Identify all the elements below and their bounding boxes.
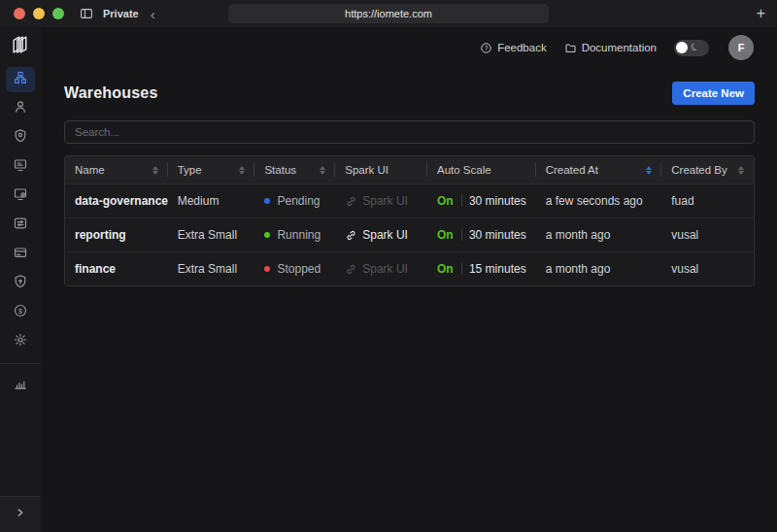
sidebar-item-settings[interactable] bbox=[6, 329, 35, 354]
iomete-logo bbox=[10, 34, 31, 59]
table-row[interactable]: data-governance Medium Pending bbox=[65, 183, 754, 217]
sort-icon bbox=[152, 166, 158, 175]
column-header-created-by[interactable]: Created By bbox=[661, 156, 754, 183]
column-label: Spark UI bbox=[345, 164, 388, 176]
spark-ui-label: Spark UI bbox=[362, 194, 408, 208]
column-header-spark-ui: Spark UI bbox=[335, 156, 427, 183]
column-header-type[interactable]: Type bbox=[168, 156, 255, 183]
address-bar[interactable]: https://iomete.com bbox=[228, 4, 549, 23]
sort-icon bbox=[646, 166, 652, 175]
warehouses-table: Name Type Status Spark UI bbox=[64, 155, 755, 286]
spark-ui-link[interactable]: Spark UI bbox=[345, 262, 408, 276]
sidebar-divider bbox=[0, 363, 41, 364]
create-new-button[interactable]: Create New bbox=[672, 82, 755, 105]
link-icon bbox=[345, 229, 357, 242]
auto-scale-state: On bbox=[437, 262, 454, 276]
moon-icon: ☾ bbox=[689, 42, 700, 54]
sidebar-nav: $ bbox=[6, 67, 35, 354]
spark-jobs-icon bbox=[13, 186, 28, 206]
sidebar-item-spark-jobs[interactable] bbox=[6, 183, 35, 209]
warehouse-status: Running bbox=[254, 228, 335, 242]
chevron-right-icon bbox=[14, 506, 27, 523]
spark-ui-link[interactable]: Spark UI bbox=[345, 228, 408, 242]
column-header-status[interactable]: Status bbox=[254, 156, 335, 183]
theme-toggle[interactable]: ☾ bbox=[674, 40, 709, 56]
sidebar-item-sql-editor[interactable] bbox=[6, 154, 35, 180]
documentation-button[interactable]: Documentation bbox=[564, 42, 657, 54]
created-at: a month ago bbox=[536, 262, 662, 276]
feedback-button[interactable]: ? Feedback bbox=[480, 42, 547, 54]
back-button[interactable]: ‹ bbox=[149, 7, 157, 21]
sidebar-item-deploy[interactable] bbox=[6, 271, 35, 296]
sidebar-panel-icon[interactable] bbox=[80, 7, 93, 20]
status-dot bbox=[264, 232, 270, 238]
app-header: ? Feedback Documentation ☾ bbox=[41, 27, 777, 68]
question-circle-icon: ? bbox=[480, 42, 492, 54]
light-mode-knob bbox=[676, 42, 688, 53]
browser-chrome: Private ‹ https://iomete.com + bbox=[0, 0, 777, 27]
close-button[interactable] bbox=[14, 8, 25, 19]
column-header-name[interactable]: Name bbox=[65, 156, 168, 183]
sort-icon bbox=[738, 166, 744, 175]
sql-editor-icon bbox=[13, 157, 28, 177]
sidebar: $ bbox=[0, 27, 41, 532]
sidebar-item-usage[interactable]: $ bbox=[6, 300, 35, 325]
created-by: fuad bbox=[661, 194, 754, 208]
sidebar-item-billing[interactable] bbox=[6, 242, 35, 267]
usage-dollar-icon: $ bbox=[13, 303, 28, 322]
warehouse-name: reporting bbox=[65, 228, 168, 242]
zoom-button[interactable] bbox=[52, 8, 64, 19]
warehouse-type: Extra Small bbox=[168, 228, 255, 242]
avatar[interactable]: F bbox=[728, 35, 754, 60]
column-label: Type bbox=[178, 164, 202, 176]
billing-card-icon bbox=[13, 245, 28, 264]
status-dot bbox=[264, 266, 270, 272]
auto-scale-interval[interactable]: 30 minutes bbox=[469, 228, 526, 242]
auto-scale-state: On bbox=[437, 194, 454, 208]
table-row[interactable]: reporting Extra Small Running bbox=[65, 217, 754, 251]
warehouse-type: Medium bbox=[168, 194, 255, 208]
table-row[interactable]: finance Extra Small Stopped bbox=[65, 251, 754, 285]
spark-ui-label: Spark UI bbox=[362, 228, 408, 242]
sidebar-item-access[interactable] bbox=[6, 125, 35, 150]
sidebar-item-warehouses[interactable] bbox=[6, 67, 35, 92]
status-label: Running bbox=[277, 228, 321, 242]
deploy-shield-icon bbox=[13, 274, 28, 293]
created-at: a few seconds ago bbox=[536, 194, 662, 208]
page-title: Warehouses bbox=[64, 84, 158, 102]
new-tab-button[interactable]: + bbox=[757, 6, 765, 21]
warehouse-status: Pending bbox=[254, 194, 335, 208]
search-input[interactable] bbox=[64, 120, 755, 144]
table-header-row: Name Type Status Spark UI bbox=[65, 156, 754, 183]
sidebar-item-monitoring[interactable] bbox=[6, 373, 35, 398]
sort-icon bbox=[320, 166, 325, 175]
auto-scale-state: On bbox=[437, 228, 454, 242]
minimize-button[interactable] bbox=[33, 8, 45, 19]
column-label: Status bbox=[264, 164, 296, 176]
feedback-label: Feedback bbox=[497, 42, 547, 53]
sidebar-collapse-button[interactable] bbox=[0, 496, 41, 532]
documentation-label: Documentation bbox=[582, 42, 657, 53]
column-label: Created By bbox=[671, 164, 727, 176]
warehouse-name: finance bbox=[65, 262, 168, 276]
status-label: Stopped bbox=[277, 262, 321, 276]
column-label: Auto Scale bbox=[437, 164, 491, 176]
sort-icon bbox=[239, 166, 245, 175]
column-header-created-at[interactable]: Created At bbox=[536, 156, 662, 183]
column-label: Created At bbox=[546, 164, 598, 176]
auto-scale-interval[interactable]: 30 minutes bbox=[469, 194, 526, 208]
settings-gear-icon bbox=[13, 332, 28, 351]
sidebar-item-users[interactable] bbox=[6, 96, 35, 121]
chrome-left-controls: Private ‹ bbox=[80, 7, 157, 21]
warehouse-type: Extra Small bbox=[168, 262, 255, 276]
status-label: Pending bbox=[277, 194, 320, 208]
column-header-auto-scale: Auto Scale bbox=[427, 156, 536, 183]
page-content: Warehouses Create New Name Type bbox=[41, 68, 777, 286]
warehouses-icon bbox=[13, 70, 28, 89]
monitoring-chart-icon bbox=[13, 376, 28, 395]
link-icon bbox=[345, 195, 357, 208]
auto-scale-interval[interactable]: 15 minutes bbox=[469, 262, 526, 276]
spark-ui-link[interactable]: Spark UI bbox=[345, 194, 408, 208]
created-at: a month ago bbox=[536, 228, 662, 242]
sidebar-item-data-transfer[interactable] bbox=[6, 213, 35, 238]
